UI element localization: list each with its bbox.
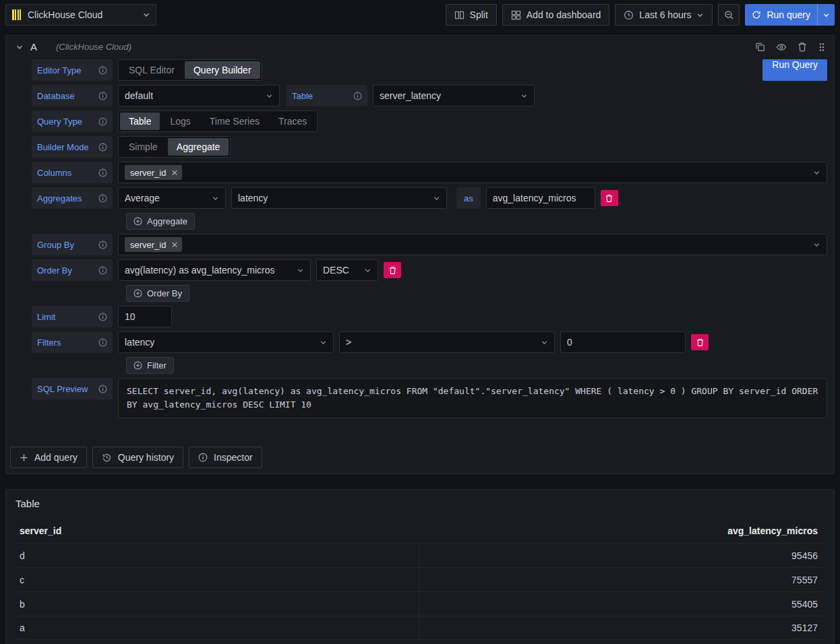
editor-type-sql-editor[interactable]: SQL Editor xyxy=(120,61,183,79)
database-select[interactable]: default xyxy=(118,85,280,106)
info-icon[interactable] xyxy=(353,92,362,100)
editor-type-query-builder[interactable]: Query Builder xyxy=(185,61,260,79)
duplicate-query-icon[interactable] xyxy=(755,42,765,52)
column-header-server-id[interactable]: server_id xyxy=(14,525,419,536)
database-label: Database xyxy=(32,85,113,106)
explore-toolbar: ClickHouse Cloud Split Add to dashboard … xyxy=(0,0,840,30)
remove-tag-icon[interactable]: ✕ xyxy=(171,240,178,249)
sql-preview-row: SQL Preview SELECT server_id, avg(latenc… xyxy=(32,378,827,418)
info-icon[interactable] xyxy=(98,168,107,177)
columns-label: Columns xyxy=(32,162,113,183)
zoom-out-button[interactable] xyxy=(718,4,740,26)
run-query-options-button[interactable] xyxy=(817,4,835,26)
order-by-label: Order By xyxy=(32,259,113,281)
add-to-dashboard-label: Add to dashboard xyxy=(527,9,601,20)
aggregate-alias-input[interactable] xyxy=(486,187,595,209)
drag-handle-icon[interactable] xyxy=(818,42,826,52)
query-type-time-series[interactable]: Time Series xyxy=(201,112,268,130)
add-filter-button[interactable]: Filter xyxy=(126,357,174,374)
table-row: a 35127 xyxy=(14,616,826,640)
builder-mode-label: Builder Mode xyxy=(32,136,113,158)
aggregate-function-select[interactable]: Average xyxy=(118,187,226,209)
info-icon[interactable] xyxy=(98,338,107,347)
inspector-button[interactable]: Inspector xyxy=(189,447,262,468)
database-table-row: Database default Table server_latency xyxy=(32,85,827,106)
info-icon[interactable] xyxy=(98,92,107,100)
builder-mode-simple[interactable]: Simple xyxy=(120,138,167,156)
group-by-label: Group By xyxy=(32,234,113,255)
group-by-row: Group By server_id ✕ xyxy=(32,234,827,255)
filter-field-select[interactable]: latency xyxy=(118,331,334,353)
query-editor-header: A (ClickHouse Cloud) xyxy=(6,36,834,57)
query-datasource-hint: (ClickHouse Cloud) xyxy=(56,42,131,52)
plus-circle-icon xyxy=(133,289,142,298)
chevron-down-icon xyxy=(320,339,327,346)
aggregates-row: Aggregates Average latency as xyxy=(32,187,827,209)
remove-query-trash-icon[interactable] xyxy=(798,42,807,52)
filter-value-input[interactable] xyxy=(560,331,686,353)
query-history-button[interactable]: Query history xyxy=(92,447,183,468)
info-icon[interactable] xyxy=(98,385,107,393)
chevron-down-icon xyxy=(520,92,528,100)
filters-label: Filters xyxy=(32,331,113,353)
collapse-chevron-icon[interactable] xyxy=(16,43,24,51)
limit-input[interactable] xyxy=(118,306,172,327)
editor-type-toggle: SQL Editor Query Builder xyxy=(118,59,262,81)
order-by-row: Order By avg(latency) as avg_latency_mic… xyxy=(32,259,827,281)
query-type-table[interactable]: Table xyxy=(120,112,160,130)
chevron-down-icon xyxy=(364,267,371,274)
filters-row: Filters latency > xyxy=(32,331,827,353)
run-query-split-button: Run query xyxy=(745,4,835,26)
add-aggregate-button[interactable]: Aggregate xyxy=(126,213,195,230)
remove-order-by-button[interactable] xyxy=(384,262,401,278)
hide-response-eye-icon[interactable] xyxy=(776,42,787,53)
datasource-picker[interactable]: ClickHouse Cloud xyxy=(5,4,156,26)
builder-mode-aggregate[interactable]: Aggregate xyxy=(168,138,229,156)
info-icon[interactable] xyxy=(98,117,107,126)
toolbar-actions: Split Add to dashboard Last 6 hours xyxy=(446,4,835,26)
query-type-logs[interactable]: Logs xyxy=(161,112,199,130)
info-icon[interactable] xyxy=(98,266,107,275)
columns-multiselect[interactable]: server_id ✕ xyxy=(118,162,827,183)
query-type-toggle: Table Logs Time Series Traces xyxy=(118,110,318,132)
query-type-traces[interactable]: Traces xyxy=(270,112,316,130)
run-query-button[interactable]: Run query xyxy=(745,4,817,26)
table-panel-title: Table xyxy=(16,498,826,509)
group-by-tag: server_id ✕ xyxy=(125,237,182,252)
table-label: Table xyxy=(287,85,367,106)
remove-aggregate-button[interactable] xyxy=(601,190,618,206)
column-header-avg-latency-micros[interactable]: avg_latency_micros xyxy=(419,525,826,536)
aggregate-column-select[interactable]: latency xyxy=(231,187,447,209)
info-icon[interactable] xyxy=(98,66,107,75)
chevron-down-icon xyxy=(266,92,273,100)
chevron-down-icon xyxy=(433,195,440,202)
query-type-row: Query Type Table Logs Time Series Traces xyxy=(32,110,827,132)
add-to-dashboard-button[interactable]: Add to dashboard xyxy=(502,4,610,26)
filter-operator-select[interactable]: > xyxy=(339,331,555,353)
limit-row: Limit xyxy=(32,306,827,327)
builder-mode-row: Builder Mode Simple Aggregate xyxy=(32,136,827,158)
run-query-editor-button[interactable]: Run Query xyxy=(762,59,827,81)
cell-avg-latency: 55405 xyxy=(419,592,827,616)
cell-server-id: b xyxy=(14,592,419,616)
info-icon[interactable] xyxy=(98,194,107,203)
run-query-editor-label: Run Query xyxy=(772,59,818,81)
clickhouse-logo-icon xyxy=(11,9,22,20)
table-select[interactable]: server_latency xyxy=(373,85,535,106)
info-icon[interactable] xyxy=(98,240,107,249)
split-button[interactable]: Split xyxy=(446,4,497,26)
time-range-picker[interactable]: Last 6 hours xyxy=(615,4,713,26)
group-by-multiselect[interactable]: server_id ✕ xyxy=(118,234,827,255)
as-label: as xyxy=(456,187,481,209)
remove-tag-icon[interactable]: ✕ xyxy=(171,168,178,177)
add-order-by-button[interactable]: Order By xyxy=(126,285,189,302)
order-by-field-select[interactable]: avg(latency) as avg_latency_micros xyxy=(118,259,311,281)
order-by-direction-select[interactable]: DESC xyxy=(316,259,378,281)
remove-filter-button[interactable] xyxy=(691,334,709,350)
query-ref-id: A xyxy=(30,41,37,53)
add-query-button[interactable]: Add query xyxy=(10,447,87,468)
table-result-panel: Table server_id avg_latency_micros d 954… xyxy=(5,489,835,644)
info-icon[interactable] xyxy=(98,313,107,321)
table-row: c 75557 xyxy=(14,567,826,591)
info-icon[interactable] xyxy=(98,143,107,152)
